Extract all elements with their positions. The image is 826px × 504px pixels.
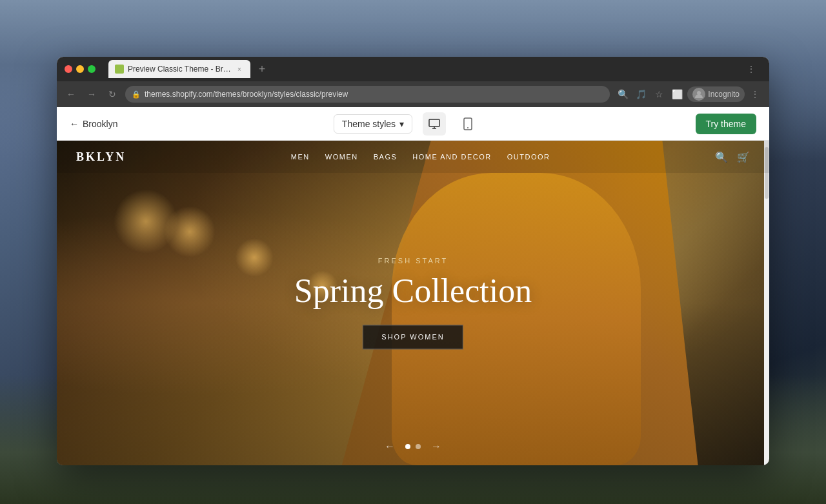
refresh-button[interactable]: ↻ bbox=[105, 86, 120, 102]
minimize-window-button[interactable] bbox=[76, 65, 84, 73]
secure-icon: 🔒 bbox=[132, 90, 141, 99]
desktop-icon bbox=[428, 117, 441, 130]
browser-titlebar: Preview Classic Theme - Broo × + ⋮ bbox=[57, 57, 769, 81]
more-options-button[interactable]: ⋮ bbox=[747, 86, 763, 102]
incognito-badge: Incognito bbox=[687, 86, 745, 102]
toolbar-center: Theme styles ▾ bbox=[117, 112, 695, 136]
incognito-avatar bbox=[692, 88, 705, 101]
store-nav-links: MEN WOMEN BAGS HOME AND DECOR OUTDOOR bbox=[291, 153, 550, 161]
cart-icon[interactable]: 🛒 bbox=[737, 151, 750, 163]
traffic-lights bbox=[65, 65, 96, 73]
address-bar[interactable]: 🔒 themes.shopify.com/themes/brooklyn/sty… bbox=[125, 86, 610, 103]
carousel-dot-1[interactable] bbox=[405, 444, 410, 449]
split-view-button[interactable]: ⬜ bbox=[669, 86, 685, 102]
close-window-button[interactable] bbox=[65, 65, 72, 73]
nav-outdoor[interactable]: OUTDOOR bbox=[507, 153, 550, 161]
mobile-view-button[interactable] bbox=[456, 112, 479, 136]
carousel-next-button[interactable]: → bbox=[431, 441, 441, 452]
nav-home-decor[interactable]: HOME AND DECOR bbox=[412, 153, 491, 161]
store-nav: BKLYN MEN WOMEN BAGS HOME AND DECOR OUTD… bbox=[57, 141, 769, 173]
tab-bar: Preview Classic Theme - Broo × + bbox=[108, 60, 738, 78]
store-logo: BKLYN bbox=[76, 150, 126, 164]
search-button[interactable]: 🔍 bbox=[615, 86, 630, 102]
search-icon[interactable]: 🔍 bbox=[715, 151, 728, 163]
forward-button[interactable]: → bbox=[84, 86, 99, 102]
browser-window: Preview Classic Theme - Broo × + ⋮ ← → ↻… bbox=[57, 57, 769, 465]
theme-styles-label: Theme styles bbox=[342, 119, 396, 129]
browser-navbar: ← → ↻ 🔒 themes.shopify.com/themes/brookl… bbox=[57, 81, 769, 107]
new-tab-button[interactable]: + bbox=[253, 60, 271, 78]
url-text: themes.shopify.com/themes/brooklyn/style… bbox=[145, 90, 603, 99]
hero-overlay: FRESH START Spring Collection SHOP WOMEN bbox=[294, 257, 532, 349]
active-tab[interactable]: Preview Classic Theme - Broo × bbox=[108, 60, 250, 78]
store-name-label: Brooklyn bbox=[83, 119, 117, 129]
back-to-brooklyn-button[interactable]: ← Brooklyn bbox=[70, 119, 117, 129]
theme-styles-button[interactable]: Theme styles ▾ bbox=[334, 114, 412, 134]
hero-eyebrow: FRESH START bbox=[294, 257, 532, 265]
scrollbar[interactable] bbox=[764, 141, 769, 465]
bookmark-button[interactable]: ☆ bbox=[651, 86, 667, 102]
preview-content: BKLYN MEN WOMEN BAGS HOME AND DECOR OUTD… bbox=[57, 141, 769, 465]
chevron-down-icon: ▾ bbox=[399, 119, 404, 129]
mobile-icon bbox=[463, 117, 473, 130]
preview-toolbar: ← Brooklyn Theme styles ▾ Try the bbox=[57, 107, 769, 141]
svg-point-3 bbox=[467, 127, 468, 128]
desktop-view-button[interactable] bbox=[423, 112, 446, 136]
incognito-label: Incognito bbox=[708, 90, 740, 99]
bokeh-light bbox=[235, 238, 274, 277]
maximize-window-button[interactable] bbox=[88, 65, 96, 73]
tab-end-controls: ⋮ bbox=[743, 61, 761, 77]
tab-favicon bbox=[115, 65, 124, 74]
carousel-prev-button[interactable]: ← bbox=[385, 441, 395, 452]
back-arrow-icon: ← bbox=[70, 119, 79, 129]
carousel-dots bbox=[405, 444, 421, 449]
nav-women[interactable]: WOMEN bbox=[325, 153, 358, 161]
media-button[interactable]: 🎵 bbox=[633, 86, 649, 102]
nav-bags[interactable]: BAGS bbox=[374, 153, 398, 161]
tab-title: Preview Classic Theme - Broo bbox=[128, 65, 231, 74]
back-button[interactable]: ← bbox=[63, 86, 79, 102]
nav-actions: 🔍 🎵 ☆ ⬜ Incognito ⋮ bbox=[615, 86, 763, 102]
carousel-nav: ← → bbox=[57, 441, 769, 452]
hero-cta-button[interactable]: SHOP WOMEN bbox=[363, 325, 463, 349]
nav-men[interactable]: MEN bbox=[291, 153, 310, 161]
try-theme-button[interactable]: Try theme bbox=[696, 114, 757, 134]
tab-close-button[interactable]: × bbox=[235, 65, 244, 74]
browser-chrome: Preview Classic Theme - Broo × + ⋮ ← → ↻… bbox=[57, 57, 769, 107]
store-nav-icons: 🔍 🛒 bbox=[715, 151, 750, 163]
store-preview: BKLYN MEN WOMEN BAGS HOME AND DECOR OUTD… bbox=[57, 141, 769, 465]
hero-title: Spring Collection bbox=[294, 272, 532, 309]
tabs-menu-button[interactable]: ⋮ bbox=[743, 61, 759, 77]
svg-rect-1 bbox=[429, 119, 439, 126]
carousel-dot-2[interactable] bbox=[416, 444, 421, 449]
